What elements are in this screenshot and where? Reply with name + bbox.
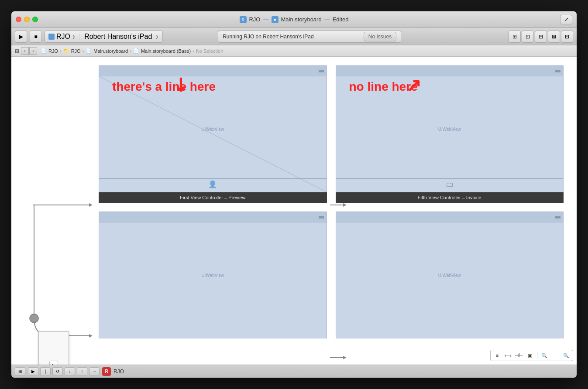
- annotation-arrow-2: ↗: [406, 75, 421, 96]
- minimize-button[interactable]: [24, 17, 30, 22]
- scheme-selector[interactable]: RJO ❯ | Robert Hanson's iPad ❯: [45, 31, 163, 43]
- titlebar-right-controls: ⤢: [560, 15, 572, 24]
- annotation-line-here: there's a line here: [112, 79, 216, 95]
- titlebar-filename: Main.storyboard: [281, 16, 321, 23]
- status-bar: ⊞ ▶ ∥ ↺ ↓ ↑ → R RJO: [11, 365, 577, 378]
- fullscreen-button[interactable]: [32, 17, 38, 22]
- vc4-panel[interactable]: UIWebView: [336, 212, 564, 338]
- bc-storyboard[interactable]: Main.storyboard: [93, 48, 128, 54]
- zoom-in-btn[interactable]: 🔍: [561, 351, 571, 360]
- bc-rjo[interactable]: RJO: [48, 48, 58, 54]
- bc-sep2: ›: [83, 48, 84, 54]
- vc4-statusbar: [336, 212, 564, 222]
- titlebar: S RJO — ■ Main.storyboard — Edited ⤢: [11, 11, 577, 28]
- nav-arrows: ‹ ›: [21, 47, 37, 55]
- assistant-toggle[interactable]: ⊟: [535, 31, 547, 43]
- vc2-label: Fifth View Controller – Invoice: [336, 192, 564, 203]
- vc1-container: there's a line here ↗ UIWebView 👤 First …: [99, 65, 327, 203]
- utilities-toggle[interactable]: ⊟: [561, 31, 573, 43]
- status-pause-btn[interactable]: ∥: [40, 367, 51, 376]
- titlebar-title: S RJO — ■ Main.storyboard — Edited: [239, 16, 348, 23]
- status-app-name: RJO: [113, 369, 124, 375]
- bc-rjo2[interactable]: RJO: [71, 48, 81, 54]
- forward-arrow[interactable]: ›: [29, 47, 37, 55]
- titlebar-sep2: —: [324, 16, 330, 23]
- device-arrow: ❯: [155, 34, 159, 39]
- small-vc-thumbnail[interactable]: ▶: [38, 331, 69, 365]
- zoom-out-btn[interactable]: 🔍: [540, 351, 549, 360]
- stop-button[interactable]: ■: [30, 31, 42, 43]
- vc1-divider: [99, 178, 327, 179]
- vc2-webview-label: UIWebView: [438, 126, 461, 131]
- distribute-btn[interactable]: ⟺: [503, 351, 513, 360]
- vc4-webview-label: UIWebView: [438, 273, 461, 277]
- inspectors-toggle[interactable]: ⊠: [548, 31, 560, 43]
- vc1-diagonal-line: [99, 76, 327, 192]
- vc1-label: First View Controller – Preview: [99, 192, 327, 203]
- vc3-panel[interactable]: UIWebView: [99, 212, 327, 338]
- status-up-btn[interactable]: ↑: [77, 367, 87, 376]
- close-button[interactable]: [16, 17, 21, 22]
- resolve-btn[interactable]: ▣: [525, 351, 535, 360]
- titlebar-text: RJO: [249, 16, 260, 23]
- vc1-person-icon: 👤: [208, 180, 217, 188]
- vc4-min-btn: [555, 216, 560, 218]
- bottom-toolbar: ≡ ⟺ ⊣⊢ ▣ 🔍 — 🔍: [490, 350, 573, 361]
- zoom-fit-btn[interactable]: —: [550, 351, 560, 360]
- scheme-sep: |: [77, 33, 83, 41]
- main-content: there's a line here ↗ UIWebView 👤 First …: [11, 57, 577, 365]
- bc-sep3: ›: [130, 48, 131, 54]
- bc-sep4: ›: [193, 48, 194, 54]
- vc3-container: UIWebView: [99, 212, 327, 338]
- bc-no-selection: No Selection: [196, 48, 223, 54]
- scheme-icon: [48, 34, 55, 40]
- vc3-min-btn: [319, 216, 324, 218]
- vc1-statusbar: [99, 66, 327, 76]
- run-status-text: Running RJO on Robert Hanson's iPad: [223, 34, 313, 40]
- vc2-divider: [336, 178, 564, 179]
- grid-icon: ⊞: [15, 48, 19, 54]
- traffic-lights: [16, 17, 38, 22]
- no-issues-badge: No Issues: [364, 32, 396, 41]
- vc4-container: UIWebView: [336, 212, 564, 338]
- align-btn[interactable]: ≡: [492, 351, 502, 360]
- annotation-no-line: no line here: [349, 79, 418, 95]
- pin-btn[interactable]: ⊣⊢: [514, 351, 524, 360]
- scheme-arrow: ❯: [72, 34, 76, 39]
- vc2-container: no line here ↗ UIWebView 🗃 Fifth View Co…: [336, 65, 564, 203]
- status-controls: ▶ ∥ ↺ ↓ ↑ →: [28, 367, 100, 376]
- status-reload-btn[interactable]: ↺: [52, 367, 63, 376]
- storyboard-icon: ■: [271, 16, 278, 23]
- vc-grid: there's a line here ↗ UIWebView 👤 First …: [11, 57, 577, 365]
- toolbar: ▶ ■ RJO ❯ | Robert Hanson's iPad ❯ Runni…: [11, 28, 577, 45]
- status-play-btn[interactable]: ▶: [28, 367, 38, 376]
- status-send-btn[interactable]: →: [89, 367, 100, 376]
- bc-icon-rjo: 📄: [41, 48, 47, 54]
- vc2-min-btn: [555, 70, 560, 72]
- run-button[interactable]: ▶: [15, 31, 27, 43]
- navigator-toggle[interactable]: ⊞: [509, 31, 521, 43]
- vc1-panel[interactable]: there's a line here ↗ UIWebView 👤: [99, 65, 327, 192]
- vc1-min-btn: [319, 70, 324, 72]
- status-down-btn[interactable]: ↓: [65, 367, 75, 376]
- toolbar-right-buttons: ⊞ ⊡ ⊟ ⊠ ⊟: [509, 31, 573, 43]
- svg-line-10: [99, 76, 327, 192]
- titlebar-sep1: —: [263, 16, 268, 23]
- vc2-panel[interactable]: no line here ↗ UIWebView 🗃: [336, 65, 564, 192]
- bc-icon-storyboard2: 📄: [133, 48, 139, 54]
- bt-sep: [537, 352, 537, 359]
- debug-toggle[interactable]: ⊡: [522, 31, 534, 43]
- back-arrow[interactable]: ‹: [21, 47, 29, 55]
- scheme-name: RJO: [56, 33, 70, 41]
- device-name: Robert Hanson's iPad: [84, 33, 152, 41]
- bc-sep1: ›: [60, 48, 62, 54]
- small-vc-inner: [39, 332, 69, 365]
- main-window: S RJO — ■ Main.storyboard — Edited ⤢ ▶ ■…: [11, 11, 577, 378]
- vc2-bottom-icon: 🗃: [446, 181, 453, 188]
- vc2-statusbar: [336, 66, 564, 76]
- small-vc-btn[interactable]: ▶: [49, 361, 58, 365]
- storyboard-canvas[interactable]: there's a line here ↗ UIWebView 👤 First …: [11, 57, 577, 365]
- fullscreen-btn[interactable]: ⤢: [560, 15, 572, 24]
- bc-storyboard-base[interactable]: Main.storyboard (Base): [141, 48, 191, 54]
- status-nav-btn[interactable]: ⊞: [15, 367, 25, 376]
